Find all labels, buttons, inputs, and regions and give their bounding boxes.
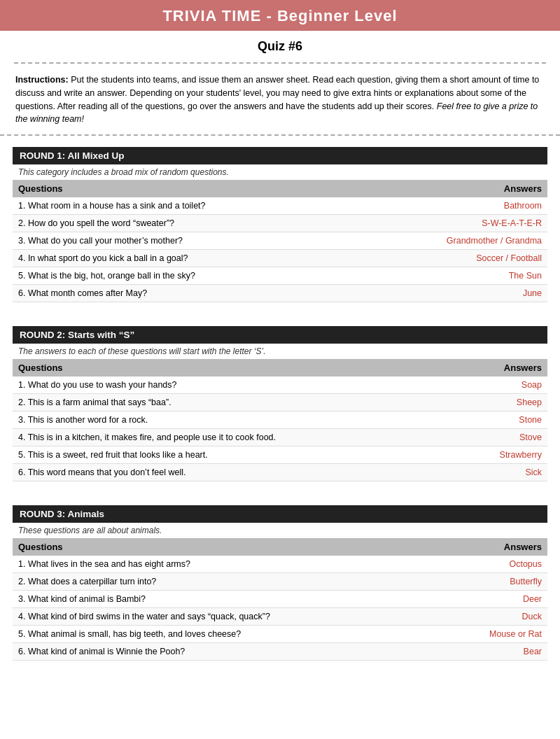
round-1-question-3: 3. What do you call your mother’s mother… (13, 232, 360, 250)
round-3-header: ROUND 3: Animals (13, 505, 547, 523)
page-title: TRIVIA TIME - Beginner Level (0, 7, 560, 25)
round-3-answer-4: Duck (443, 608, 547, 626)
round-2-question-4: 4. This is in a kitchen, it makes fire, … (13, 429, 458, 446)
round-1-section: ROUND 1: All Mixed UpThis category inclu… (13, 147, 547, 302)
round-2-col-answers: Answers (458, 359, 547, 376)
round-1-table: QuestionsAnswers1. What room in a house … (13, 180, 547, 302)
round-3-answer-5: Mouse or Rat (443, 626, 547, 643)
round-2-table: QuestionsAnswers1. What do you use to wa… (13, 359, 547, 481)
table-row: 4. What kind of bird swims in the water … (13, 608, 547, 626)
round-1-answer-5: The Sun (360, 267, 547, 285)
round-3-col-answers: Answers (443, 538, 547, 556)
round-3-col-questions: Questions (13, 538, 443, 556)
round-3-table: QuestionsAnswers1. What lives in the sea… (13, 538, 547, 661)
round-3-question-3: 3. What kind of animal is Bambi? (13, 591, 443, 608)
round-1-question-4: 4. In what sport do you kick a ball in a… (13, 250, 360, 267)
table-row: 2. How do you spell the word “sweater”?S… (13, 215, 547, 232)
round-1-header: ROUND 1: All Mixed Up (13, 147, 547, 164)
round-3-answer-3: Deer (443, 591, 547, 608)
round-1-question-5: 5. What is the big, hot, orange ball in … (13, 267, 360, 285)
round-2-col-questions: Questions (13, 359, 458, 376)
round-3-answer-1: Octopus (443, 556, 547, 573)
top-divider (14, 62, 546, 64)
round-2-question-2: 2. This is a farm animal that says “baa”… (13, 394, 458, 411)
page: TRIVIA TIME - Beginner Level Quiz #6 Ins… (0, 0, 560, 739)
round-2-section: ROUND 2: Starts with “S”The answers to e… (13, 326, 547, 481)
table-row: 5. What is the big, hot, orange ball in … (13, 267, 547, 285)
spacer-1 (0, 302, 560, 315)
round-1-question-6: 6. What month comes after May? (13, 285, 360, 302)
instructions-bold: Instructions: (15, 75, 69, 85)
table-row: 2. This is a farm animal that says “baa”… (13, 394, 547, 411)
round-2-question-6: 6. This word means that you don’t feel w… (13, 464, 458, 481)
round-1-answer-4: Soccer / Football (360, 250, 547, 267)
round-1-col-answers: Answers (360, 180, 547, 197)
round-2-answer-1: Soap (458, 376, 547, 394)
table-row: 1. What do you use to wash your hands?So… (13, 376, 547, 394)
round-2-question-1: 1. What do you use to wash your hands? (13, 376, 458, 394)
round-3-question-4: 4. What kind of bird swims in the water … (13, 608, 443, 626)
round-2-header: ROUND 2: Starts with “S” (13, 326, 547, 344)
round-2-answer-2: Sheep (458, 394, 547, 411)
round-2-answer-3: Stone (458, 411, 547, 429)
round-3-section: ROUND 3: AnimalsThese questions are all … (13, 505, 547, 661)
round-3-subtitle: These questions are all about animals. (13, 523, 547, 538)
round-3-answer-6: Bear (443, 643, 547, 661)
round-1-col-questions: Questions (13, 180, 360, 197)
table-row: 2. What does a caterpillar turn into?But… (13, 573, 547, 591)
round-3-answer-2: Butterfly (443, 573, 547, 591)
round-1-answer-3: Grandmother / Grandma (360, 232, 547, 250)
round-1-answer-6: June (360, 285, 547, 302)
table-row: 1. What room in a house has a sink and a… (13, 197, 547, 215)
round-2-answer-6: Sick (458, 464, 547, 481)
table-row: 5. What animal is small, has big teeth, … (13, 626, 547, 643)
table-row: 5. This is a sweet, red fruit that looks… (13, 446, 547, 464)
round-1-question-1: 1. What room in a house has a sink and a… (13, 197, 360, 215)
round-2-question-5: 5. This is a sweet, red fruit that looks… (13, 446, 458, 464)
table-row: 4. In what sport do you kick a ball in a… (13, 250, 547, 267)
round-1-subtitle: This category includes a broad mix of ra… (13, 164, 547, 180)
round-2-answer-4: Stove (458, 429, 547, 446)
table-row: 1. What lives in the sea and has eight a… (13, 556, 547, 573)
table-row: 3. What do you call your mother’s mother… (13, 232, 547, 250)
table-row: 3. This is another word for a rock.Stone (13, 411, 547, 429)
round-3-question-2: 2. What does a caterpillar turn into? (13, 573, 443, 591)
table-row: 6. This word means that you don’t feel w… (13, 464, 547, 481)
instructions-block: Instructions: Put the students into team… (0, 66, 560, 136)
quiz-number: Quiz #6 (0, 31, 560, 59)
round-1-answer-1: Bathroom (360, 197, 547, 215)
round-3-question-5: 5. What animal is small, has big teeth, … (13, 626, 443, 643)
table-row: 6. What kind of animal is Winnie the Poo… (13, 643, 547, 661)
table-row: 3. What kind of animal is Bambi?Deer (13, 591, 547, 608)
spacer-3 (0, 661, 560, 673)
round-1-question-2: 2. How do you spell the word “sweater”? (13, 215, 360, 232)
round-3-question-1: 1. What lives in the sea and has eight a… (13, 556, 443, 573)
header-banner: TRIVIA TIME - Beginner Level (0, 0, 560, 31)
round-2-subtitle: The answers to each of these questions w… (13, 344, 547, 359)
table-row: 4. This is in a kitchen, it makes fire, … (13, 429, 547, 446)
rounds-container: ROUND 1: All Mixed UpThis category inclu… (0, 147, 560, 673)
round-1-answer-2: S-W-E-A-T-E-R (360, 215, 547, 232)
table-row: 6. What month comes after May?June (13, 285, 547, 302)
round-3-question-6: 6. What kind of animal is Winnie the Poo… (13, 643, 443, 661)
round-2-answer-5: Strawberry (458, 446, 547, 464)
spacer-2 (0, 481, 560, 494)
round-2-question-3: 3. This is another word for a rock. (13, 411, 458, 429)
